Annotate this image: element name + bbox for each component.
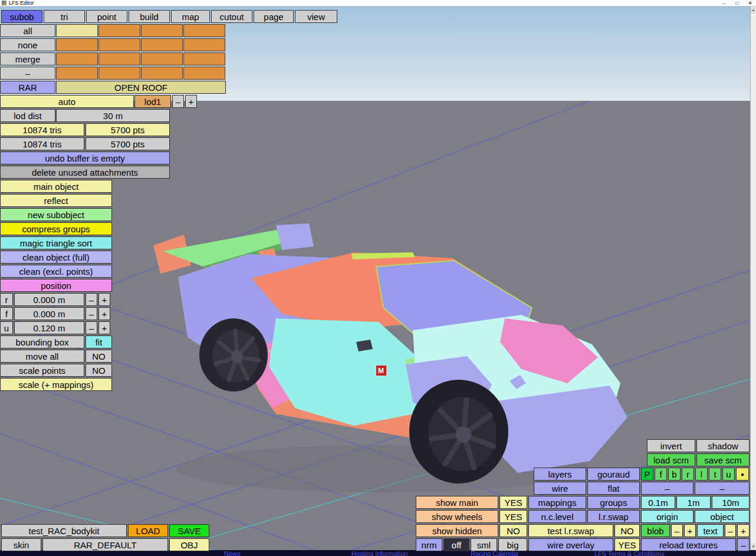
tab-tri[interactable]: tri [44,10,85,23]
mappings-button[interactable]: mappings [528,496,586,509]
position-header[interactable]: position [0,279,112,292]
axis-u-plus-button[interactable]: + [98,321,110,334]
main-object-button[interactable]: main object [0,180,112,193]
layer-flag-f[interactable]: f [655,468,667,481]
grid-1m-button[interactable]: 1m [676,496,711,509]
group-cell[interactable] [141,67,183,80]
tab-build[interactable]: build [129,10,170,23]
dash-button[interactable]: – [0,67,55,80]
layer-flag-P[interactable]: P [641,468,653,481]
magic-sort-button[interactable]: magic triangle sort [0,236,112,249]
group-cell[interactable] [56,67,98,80]
group-cell[interactable] [141,38,183,51]
load-button[interactable]: LOAD [128,524,168,537]
nrm-sml-button[interactable]: sml [471,538,497,551]
select-all-button[interactable]: all [0,24,55,37]
link-news[interactable]: News [224,550,241,556]
object-button[interactable]: object [695,510,750,523]
axis-u-value[interactable]: 0.120 m [14,321,84,334]
scrollbar[interactable]: ▲ ▼ [750,6,756,550]
skin-name-field[interactable]: RAR_DEFAULT [42,538,168,551]
clean-full-button[interactable]: clean object (full) [0,251,112,264]
invert-button[interactable]: invert [647,439,695,452]
axis-f-plus-button[interactable]: + [98,307,110,320]
scale-points-toggle[interactable]: NO [86,364,112,377]
layer-flag-dot[interactable]: ● [736,468,749,481]
tab-subob[interactable]: subob [1,10,42,23]
reflect-button[interactable]: reflect [0,194,112,207]
save-scm-button[interactable]: save scm [696,453,750,466]
tab-map[interactable]: map [171,10,210,23]
merge-button[interactable]: merge [0,52,55,65]
layers-button[interactable]: layers [534,468,586,481]
gouraud-button[interactable]: gouraud [587,468,640,481]
nrm-label[interactable]: nrm [416,538,442,551]
layer-flag-b[interactable]: b [668,468,681,481]
show-wheels-toggle[interactable]: YES [499,510,527,523]
skin-button[interactable]: skin [1,538,41,551]
open-roof-label[interactable]: OPEN ROOF [56,81,226,94]
axis-r-plus-button[interactable]: + [98,293,110,306]
grid-01m-button[interactable]: 0.1m [641,496,675,509]
link-hosting[interactable]: Hosting Information [351,550,407,556]
nc-level-button[interactable]: n.c.level [528,510,586,523]
group-cell[interactable] [183,67,225,80]
axis-f-minus-button[interactable]: – [86,307,97,320]
axis-u-minus-button[interactable]: – [86,321,97,334]
axis-r-value[interactable]: 0.000 m [14,293,84,306]
lod-auto-button[interactable]: auto [0,95,134,108]
nrm-big-button[interactable]: big [498,538,527,551]
shadow-button[interactable]: shadow [696,439,750,452]
dash-button-1[interactable]: – [641,482,693,495]
layer-flag-r[interactable]: r [682,468,694,481]
new-subobject-button[interactable]: new subobject [0,208,112,221]
bounding-box-button[interactable]: bounding box [0,335,84,348]
clean-excl-button[interactable]: clean (excl. points) [0,265,112,278]
dash-button-2[interactable]: – [695,482,750,495]
reload-dash-button[interactable]: – [737,538,750,551]
text-button[interactable]: text [697,524,724,537]
scale-points-button[interactable]: scale points [0,364,84,377]
lr-swap-button[interactable]: l.r.swap [587,510,640,523]
group-cell[interactable] [56,52,98,65]
blob-minus-button[interactable]: – [671,524,683,537]
axis-r-minus-button[interactable]: – [86,293,97,306]
scroll-down-icon[interactable]: ▼ [751,543,756,550]
show-hidden-label[interactable]: show hidden [416,524,498,537]
reload-textures-button[interactable]: reload textures [641,538,736,551]
nrm-off-button[interactable]: off [443,538,469,551]
tab-point[interactable]: point [86,10,127,23]
group-cell[interactable] [141,24,183,37]
layer-flag-l[interactable]: l [695,468,708,481]
group-cell[interactable] [183,24,225,37]
maximize-button[interactable]: □ [731,0,743,6]
wire-overlay-toggle[interactable]: YES [614,538,640,551]
model-name-field[interactable]: test_RAC_bodykit [1,524,127,537]
text-minus-button[interactable]: – [725,524,736,537]
group-cell[interactable] [98,52,140,65]
group-cell[interactable] [56,24,98,37]
layer-flag-u[interactable]: u [722,468,735,481]
text-plus-button[interactable]: + [737,524,750,537]
group-cell[interactable] [98,24,140,37]
lod-plus-button[interactable]: + [185,95,197,108]
show-main-label[interactable]: show main [416,496,498,509]
grid-10m-button[interactable]: 10m [712,496,750,509]
group-cell[interactable] [141,52,183,65]
fit-button[interactable]: fit [86,335,112,348]
blob-plus-button[interactable]: + [684,524,696,537]
flat-button[interactable]: flat [587,482,640,495]
group-cell[interactable] [183,52,225,65]
lod1-button[interactable]: lod1 [134,95,171,108]
move-all-button[interactable]: move all [0,350,84,363]
show-wheels-label[interactable]: show wheels [416,510,498,523]
lod-dist-value[interactable]: 30 m [56,109,170,122]
wire-overlay-button[interactable]: wire overlay [528,538,613,551]
lod-minus-button[interactable]: – [172,95,184,108]
axis-f-value[interactable]: 0.000 m [14,307,84,320]
save-button[interactable]: SAVE [169,524,209,537]
test-lr-swap-toggle[interactable]: NO [614,524,640,537]
mapping-marker[interactable]: M [376,366,386,376]
groups-button[interactable]: groups [587,496,640,509]
layer-flag-t[interactable]: t [709,468,721,481]
